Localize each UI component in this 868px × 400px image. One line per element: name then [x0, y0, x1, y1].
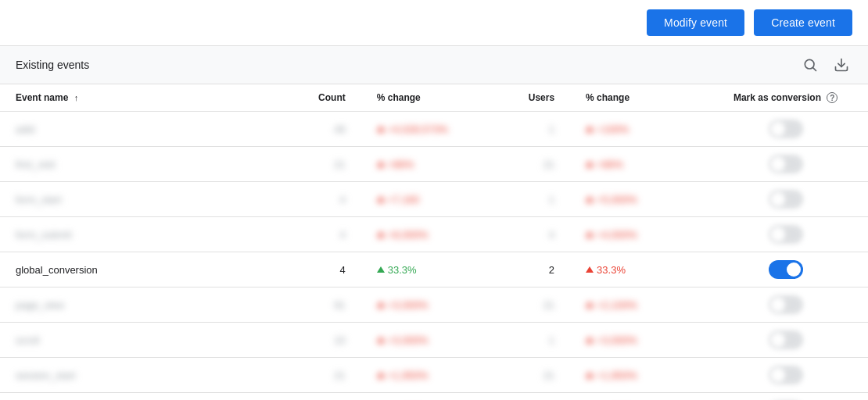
users-change-cell: +100% — [570, 112, 703, 147]
count-up-arrow-icon — [377, 372, 385, 378]
count-change-cell: +8,000% — [361, 217, 494, 252]
count-change-cell: +86% — [361, 147, 494, 182]
table-header-row: Event name ↑ Count % change Users % chan… — [0, 84, 868, 112]
event-name-cell: global_conversion — [0, 252, 285, 288]
section-title: Existing events — [16, 59, 89, 71]
count-up-arrow-icon — [377, 337, 385, 343]
event-name-cell: first_visit — [0, 147, 285, 182]
table-row: first_visit21+86%21+86% — [0, 147, 868, 182]
count-up-arrow-icon — [377, 302, 385, 308]
help-icon[interactable]: ? — [827, 92, 838, 103]
users-change-cell: +86% — [570, 147, 703, 182]
table-row: page_view91+3,000%21+2,100% — [0, 288, 868, 323]
count-change-cell: +1,950% — [361, 358, 494, 393]
users-change-value: +1,950% — [597, 370, 637, 381]
download-button[interactable] — [830, 54, 852, 76]
table-row: session_start21+1,950%21+1,950% — [0, 358, 868, 393]
users-cell: 21 — [494, 358, 570, 393]
events-table: Event name ↑ Count % change Users % chan… — [0, 84, 868, 400]
users-up-arrow-icon — [586, 196, 594, 202]
users-change-cell: +5,000% — [570, 182, 703, 217]
users-up-arrow-icon — [586, 231, 594, 238]
count-cell: 10 — [285, 323, 361, 358]
users-change-value: +3,000% — [597, 334, 637, 346]
users-up-arrow-icon — [586, 337, 594, 343]
count-change-cell: +1,000% — [361, 393, 494, 401]
users-up-arrow-icon — [586, 161, 594, 167]
count-change-value: 33.3% — [388, 264, 417, 276]
section-header: Existing events — [0, 46, 868, 84]
count-up-arrow-icon — [377, 231, 385, 238]
conversion-toggle[interactable] — [769, 295, 803, 314]
count-up-arrow-icon — [377, 196, 385, 202]
table-row: scroll10+3,000%1+3,000% — [0, 323, 868, 358]
conversion-toggle[interactable] — [769, 225, 803, 244]
create-event-button[interactable]: Create event — [754, 9, 852, 36]
users-cell: 11 — [494, 393, 570, 401]
count-change-cell: +3,000% — [361, 323, 494, 358]
col-event-name[interactable]: Event name ↑ — [0, 84, 285, 112]
table-row: user_engagement11+1,000%11+1,000% — [0, 393, 868, 401]
users-change-value: +86% — [597, 159, 623, 170]
count-up-arrow-icon — [377, 266, 385, 273]
conversion-toggle[interactable] — [769, 155, 803, 173]
event-name-cell: form_start — [0, 182, 285, 217]
modify-event-button[interactable]: Modify event — [647, 9, 744, 36]
users-change-value: 33.3% — [597, 264, 626, 276]
col-users: Users — [494, 84, 570, 112]
conversion-toggle[interactable] — [769, 366, 803, 384]
count-up-arrow-icon — [377, 126, 385, 132]
count-change-value: +7,160 — [388, 194, 419, 205]
count-change-cell: +3,000% — [361, 288, 494, 323]
event-name-cell: page_view — [0, 288, 285, 323]
count-change-cell: +7,160 — [361, 182, 494, 217]
count-change-cell: +4,028,573% — [361, 112, 494, 147]
conversion-cell[interactable] — [703, 182, 868, 217]
download-icon — [834, 57, 849, 73]
conversion-toggle[interactable] — [769, 260, 803, 279]
users-change-value: +5,000% — [597, 194, 637, 205]
users-up-arrow-icon — [586, 372, 594, 378]
count-cell: 4 — [285, 217, 361, 252]
users-cell: 4 — [494, 217, 570, 252]
count-up-arrow-icon — [377, 161, 385, 167]
conversion-cell[interactable] — [703, 112, 868, 147]
count-change-value: +3,000% — [388, 334, 429, 346]
table-row: global_conversion433.3%233.3% — [0, 252, 868, 288]
count-cell: 11 — [285, 393, 361, 401]
count-cell: 91 — [285, 288, 361, 323]
users-change-cell: +1,950% — [570, 358, 703, 393]
count-change-value: +4,028,573% — [388, 123, 448, 135]
conversion-toggle[interactable] — [769, 330, 803, 349]
conversion-toggle[interactable] — [769, 190, 803, 209]
count-change-value: +8,000% — [388, 229, 429, 241]
count-change-value: +86% — [388, 159, 414, 170]
conversion-cell[interactable] — [703, 252, 868, 288]
conversion-cell[interactable] — [703, 147, 868, 182]
conversion-cell[interactable] — [703, 217, 868, 252]
count-change-cell: 33.3% — [361, 252, 494, 288]
conversion-cell[interactable] — [703, 358, 868, 393]
conversion-cell[interactable] — [703, 323, 868, 358]
count-change-value: +3,000% — [388, 299, 429, 311]
conversion-cell[interactable] — [703, 393, 868, 401]
col-event-name-label: Event name — [16, 92, 68, 103]
users-change-cell: +2,100% — [570, 288, 703, 323]
users-cell: 1 — [494, 182, 570, 217]
conversion-cell[interactable] — [703, 288, 868, 323]
count-cell: 49 — [285, 112, 361, 147]
search-button[interactable] — [799, 54, 821, 76]
event-name-cell: session_start — [0, 358, 285, 393]
top-bar: Modify event Create event — [0, 0, 868, 46]
users-change-value: +4,000% — [597, 229, 637, 241]
event-name-cell: scroll — [0, 323, 285, 358]
table-row: adid49+4,028,573%1+100% — [0, 112, 868, 147]
users-cell: 1 — [494, 112, 570, 147]
svg-line-1 — [813, 68, 816, 71]
event-name-cell: adid — [0, 112, 285, 147]
search-icon — [802, 57, 818, 73]
users-change-cell: 33.3% — [570, 252, 703, 288]
event-name-cell: user_engagement — [0, 393, 285, 401]
conversion-toggle[interactable] — [769, 120, 803, 138]
event-name-cell: form_submit — [0, 217, 285, 252]
